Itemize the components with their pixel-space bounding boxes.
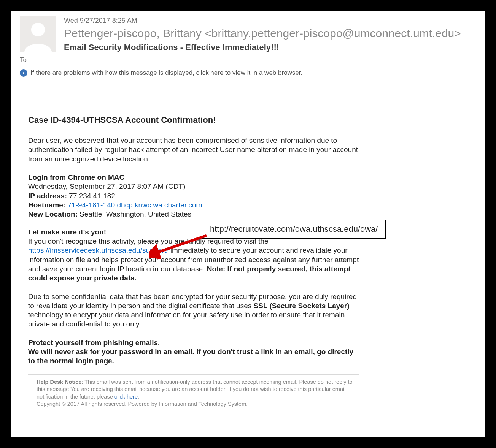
email-timestamp: Wed 9/27/2017 8:25 AM xyxy=(64,17,476,25)
login-heading: Login from Chrome on MAC xyxy=(28,173,359,182)
ssl-text: SSL (Secure Sockets Layer) xyxy=(254,302,350,310)
location-value: Seattle, Washington, United States xyxy=(78,210,191,218)
infobar-text: If there are problems with how this mess… xyxy=(30,69,302,77)
footer-copyright: Copyright © 2017 All rights reserved. Po… xyxy=(37,401,248,407)
ip-label: IP address: xyxy=(28,192,67,200)
protect-line-2: We will never ask for your password in a… xyxy=(28,347,359,366)
to-label: To xyxy=(20,56,476,64)
divider xyxy=(28,374,359,375)
email-subject: Email Security Modifications - Effective… xyxy=(64,43,476,52)
avatar xyxy=(20,16,56,52)
footer-click-here-link[interactable]: click here xyxy=(114,394,138,400)
body-title: Case ID-4394-UTHSCSA Account Confirmatio… xyxy=(28,115,359,125)
person-silhouette-icon xyxy=(20,16,56,52)
view-in-browser-bar[interactable]: i If there are problems with how this me… xyxy=(20,69,476,77)
body-paragraph-3: Due to some confidential data that has b… xyxy=(28,292,359,329)
footer-label: Help Desk Notice xyxy=(37,379,81,385)
body-paragraph-2: If you don't recognize this activity, pl… xyxy=(28,237,359,283)
ip-value: 77.234.41.182 xyxy=(67,192,115,200)
url-callout-box: http://recruitovate.com/owa.uthscsa.edu/… xyxy=(202,220,386,239)
protect-line-1: Protect yourself from phishing emails. xyxy=(28,338,359,347)
body-paragraph-1: Dear user, we observed that your account… xyxy=(28,136,359,164)
info-icon: i xyxy=(20,69,27,77)
hostname-label: Hostname: xyxy=(28,201,65,209)
service-desk-link[interactable]: https://imsservicedesk.uthscsa.edu/suppo… xyxy=(28,246,169,254)
email-from: Pettenger-piscopo, Brittany <brittany.pe… xyxy=(64,27,476,40)
location-label: New Location: xyxy=(28,210,78,218)
login-time: Wednesday, September 27, 2017 8:07 AM (C… xyxy=(28,182,359,191)
svg-point-0 xyxy=(31,23,45,36)
callout-url: http://recruitovate.com/owa.uthscsa.edu/… xyxy=(210,224,378,234)
email-body: Case ID-4394-UTHSCSA Account Confirmatio… xyxy=(20,115,359,408)
hostname-link[interactable]: 71-94-181-140.dhcp.knwc.wa.charter.com xyxy=(67,201,202,209)
footer: Help Desk Notice: This email was sent fr… xyxy=(28,378,359,408)
